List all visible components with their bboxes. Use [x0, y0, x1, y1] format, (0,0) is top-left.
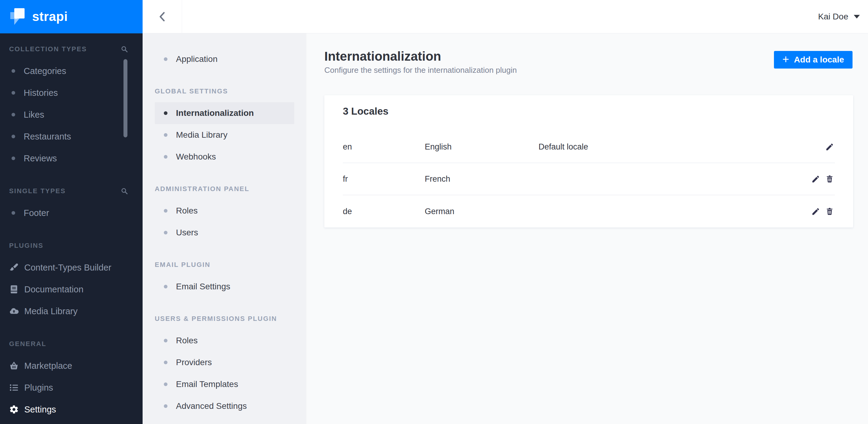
locale-name: French [425, 174, 538, 184]
bullet-icon [11, 69, 15, 73]
settings-sidebar: Application GLOBAL SETTINGS Internationa… [143, 33, 306, 424]
bullet-icon [164, 133, 167, 137]
bullet-icon [164, 404, 167, 408]
bullet-icon [11, 135, 15, 138]
caret-down-icon [854, 15, 860, 19]
settings-group-header: GLOBAL SETTINGS [143, 80, 306, 102]
edit-icon [825, 142, 834, 151]
settings-item-webhooks[interactable]: Webhooks [143, 146, 306, 168]
search-icon[interactable] [121, 188, 128, 195]
bullet-icon [164, 209, 167, 213]
section-header: COLLECTION TYPES [9, 45, 87, 53]
strapi-logo-icon [9, 7, 26, 26]
section-header-row: COLLECTION TYPES [0, 38, 143, 60]
sidebar-item-label: Likes [24, 110, 44, 120]
user-menu[interactable]: Kai Doe [818, 0, 860, 33]
delete-locale-button[interactable] [824, 206, 835, 217]
settings-item-admin-roles[interactable]: Roles [143, 200, 306, 222]
section-header-row: SINGLE TYPES [0, 180, 143, 202]
settings-item-internationalization[interactable]: Internationalization [155, 102, 294, 124]
section-header: PLUGINS [9, 242, 43, 250]
settings-item-label: Email Settings [176, 282, 230, 291]
section-general: GENERAL Marketplace [0, 333, 143, 420]
bullet-icon [164, 57, 167, 61]
sidebar-scrollbar-thumb[interactable] [123, 59, 127, 137]
settings-item-label: Webhooks [176, 152, 216, 162]
sidebar-item-restaurants[interactable]: Restaurants [0, 126, 143, 148]
settings-item-application[interactable]: Application [143, 48, 306, 70]
settings-item-up-roles[interactable]: Roles [143, 330, 306, 352]
sidebar-item-marketplace[interactable]: Marketplace [0, 355, 143, 377]
sidebar-item-label: Categories [24, 66, 66, 76]
locale-name: English [425, 142, 538, 152]
search-icon[interactable] [121, 45, 128, 53]
bullet-icon [11, 211, 15, 215]
bullet-icon [164, 361, 167, 364]
sidebar-item-label: Footer [24, 208, 49, 218]
locale-row-fr: fr French [343, 163, 835, 195]
topbar: Kai Doe [143, 0, 868, 33]
sidebar-item-label: Media Library [24, 306, 78, 316]
book-icon [9, 285, 19, 294]
locale-name: German [425, 207, 538, 216]
sidebar-item-histories[interactable]: Histories [0, 82, 143, 104]
settings-item-label: Users [176, 228, 198, 237]
section-header: SINGLE TYPES [9, 187, 66, 195]
settings-item-media-library[interactable]: Media Library [143, 124, 306, 146]
sidebar-nav: COLLECTION TYPES Categories Histories Li… [0, 33, 143, 420]
section-header-row: GENERAL [0, 333, 143, 355]
settings-item-label: Email Templates [176, 380, 238, 389]
settings-item-label: Application [176, 54, 218, 64]
add-locale-label: Add a locale [794, 55, 844, 65]
brand-name: strapi [32, 10, 68, 23]
settings-item-label: Roles [176, 206, 198, 216]
row-actions [807, 173, 835, 185]
edit-locale-button[interactable] [824, 141, 835, 152]
sidebar-item-likes[interactable]: Likes [0, 104, 143, 126]
sidebar-item-media-library[interactable]: Media Library [0, 300, 143, 322]
page-header: Internationalization Configure the setti… [306, 33, 868, 75]
delete-locale-button[interactable] [824, 173, 835, 185]
sidebar-item-categories[interactable]: Categories [0, 60, 143, 82]
sidebar-item-content-types-builder[interactable]: Content-Types Builder [0, 257, 143, 279]
plus-icon: + [782, 54, 789, 65]
locale-code: en [343, 142, 425, 152]
main-content: Internationalization Configure the setti… [306, 33, 868, 424]
sidebar-item-label: Restaurants [24, 132, 71, 142]
sidebar-item-documentation[interactable]: Documentation [0, 279, 143, 300]
settings-item-label: Advanced Settings [176, 401, 247, 411]
settings-item-email-settings[interactable]: Email Settings [143, 276, 306, 297]
settings-item-admin-users[interactable]: Users [143, 222, 306, 243]
back-button[interactable] [143, 0, 182, 33]
locale-code: de [343, 207, 425, 216]
section-single-types: SINGLE TYPES Footer [0, 180, 143, 224]
settings-item-email-templates[interactable]: Email Templates [143, 373, 306, 395]
edit-locale-button[interactable] [810, 206, 821, 217]
section-header: GENERAL [9, 340, 46, 348]
settings-group-users-permissions: USERS & PERMISSIONS PLUGIN Roles Provide… [143, 308, 306, 417]
sidebar-item-plugins[interactable]: Plugins [0, 377, 143, 398]
sidebar-item-label: Plugins [24, 383, 53, 393]
locale-row-de: de German [343, 195, 835, 227]
bullet-icon [164, 383, 167, 386]
locale-note: Default locale [538, 142, 807, 152]
settings-item-advanced-settings[interactable]: Advanced Settings [143, 395, 306, 417]
section-header-row: PLUGINS [0, 235, 143, 257]
settings-group-email-plugin: EMAIL PLUGIN Email Settings [143, 254, 306, 297]
add-locale-button[interactable]: + Add a locale [774, 51, 852, 69]
settings-item-label: Providers [176, 358, 212, 367]
row-actions [807, 141, 835, 152]
row-actions [807, 206, 835, 217]
main-sidebar: strapi COLLECTION TYPES Categories Histo… [0, 0, 143, 424]
sidebar-item-settings[interactable]: Settings [0, 398, 143, 420]
settings-item-providers[interactable]: Providers [143, 352, 306, 373]
strapi-logo[interactable]: strapi [0, 0, 143, 33]
sidebar-item-footer[interactable]: Footer [0, 202, 143, 224]
cloud-upload-icon [9, 306, 19, 316]
bullet-icon [11, 113, 15, 117]
bullet-icon [11, 91, 15, 95]
settings-group-application: Application [143, 48, 306, 70]
sidebar-item-reviews[interactable]: Reviews [0, 148, 143, 169]
edit-locale-button[interactable] [810, 173, 821, 185]
delete-icon [825, 175, 834, 184]
